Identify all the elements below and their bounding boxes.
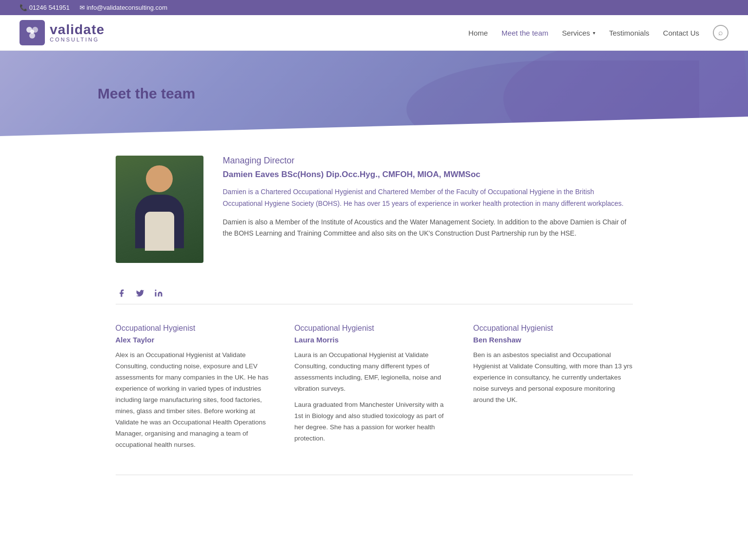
laura-role: Occupational Hygienist (294, 324, 454, 333)
team-member-ben: Occupational Hygienist Ben Renshaw Ben i… (473, 324, 633, 455)
director-photo (116, 156, 203, 263)
alex-role: Occupational Hygienist (116, 324, 275, 333)
alex-name: Alex Taylor (116, 336, 275, 344)
svg-point-4 (155, 290, 156, 291)
laura-name: Laura Morris (294, 336, 454, 344)
hero-banner: Meet the team (0, 51, 748, 136)
logo-name: validate (50, 23, 104, 37)
director-info: Managing Director Damien Eaves BSc(Hons)… (223, 156, 633, 263)
search-button[interactable]: ⌕ (713, 25, 728, 40)
person-shirt (145, 212, 174, 251)
nav-services[interactable]: Services (562, 29, 590, 37)
facebook-icon[interactable] (116, 287, 127, 299)
twitter-icon[interactable] (134, 287, 146, 299)
laura-bio1: Laura is an Occupational Hygienist at Va… (294, 350, 454, 395)
logo-subtitle: CONSULTING (50, 37, 104, 42)
svg-point-3 (30, 30, 34, 34)
email-icon: ✉ (80, 4, 85, 11)
team-member-laura: Occupational Hygienist Laura Morris Laur… (294, 324, 454, 455)
director-role: Managing Director (223, 156, 633, 166)
phone-number: 📞 01246 541951 (20, 4, 70, 11)
team-grid: Occupational Hygienist Alex Taylor Alex … (116, 324, 633, 455)
linkedin-icon[interactable] (153, 287, 164, 299)
ben-role: Occupational Hygienist (473, 324, 633, 333)
logo-text: validate CONSULTING (50, 23, 104, 42)
laura-bio2: Laura graduated from Manchester Universi… (294, 400, 454, 444)
alex-bio: Alex is an Occupational Hygienist at Val… (116, 350, 275, 450)
main-content: Managing Director Damien Eaves BSc(Hons)… (106, 136, 643, 495)
nav-home[interactable]: Home (468, 29, 488, 37)
email-address[interactable]: info@validateconsulting.com (86, 4, 167, 11)
main-nav: Home Meet the team Services ▾ Testimonia… (468, 25, 728, 40)
nav-testimonials[interactable]: Testimonials (609, 29, 649, 37)
services-chevron-down-icon: ▾ (593, 30, 595, 36)
phone-icon: 📞 (20, 4, 27, 11)
team-member-alex: Occupational Hygienist Alex Taylor Alex … (116, 324, 275, 455)
bottom-divider (116, 475, 633, 475)
director-bio: Damien is also a Member of the Institute… (223, 217, 633, 240)
email-link[interactable]: ✉ info@validateconsulting.com (80, 4, 167, 11)
managing-director-section: Managing Director Damien Eaves BSc(Hons)… (116, 156, 633, 263)
ben-name: Ben Renshaw (473, 336, 633, 344)
ben-bio: Ben is an asbestos specialist and Occupa… (473, 350, 633, 406)
nav-meet-team[interactable]: Meet the team (502, 29, 548, 37)
search-icon: ⌕ (718, 28, 723, 37)
person-head (146, 165, 173, 192)
director-name: Damien Eaves BSc(Hons) Dip.Occ.Hyg., CMF… (223, 170, 633, 180)
social-icons (116, 287, 633, 299)
section-divider (116, 304, 633, 304)
logo-svg (23, 24, 41, 41)
logo[interactable]: validate CONSULTING (20, 20, 104, 45)
top-bar: 📞 01246 541951 ✉ info@validateconsulting… (0, 0, 748, 15)
nav-services-container: Services ▾ (562, 29, 596, 37)
hero-title: Meet the team (0, 85, 195, 102)
nav-contact[interactable]: Contact Us (663, 29, 699, 37)
logo-icon (20, 20, 45, 45)
site-header: validate CONSULTING Home Meet the team S… (0, 15, 748, 51)
director-bio-highlight: Damien is a Chartered Occupational Hygie… (223, 186, 633, 210)
